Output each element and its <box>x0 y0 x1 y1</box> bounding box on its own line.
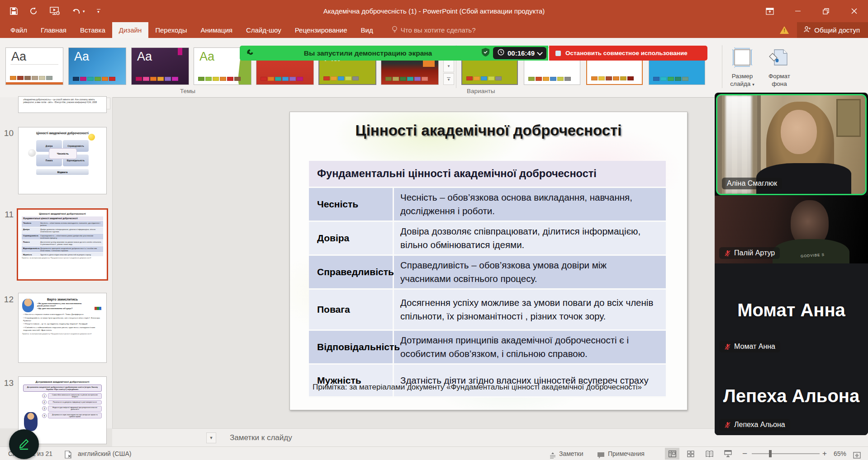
muted-mic-icon <box>724 422 731 428</box>
ribbon-display-options-icon[interactable] <box>756 0 784 22</box>
notes-toggle-label[interactable]: Заметки <box>559 447 583 460</box>
format-background-icon <box>762 47 797 70</box>
reading-view-icon[interactable] <box>702 448 716 460</box>
group-separator <box>722 45 722 88</box>
participant-name-badge: Момат Анна <box>719 341 780 352</box>
status-bar: Слайд 11 из 21 английский (США) Заметки … <box>0 446 868 460</box>
slide-10-thumbnail[interactable]: Цінності академічної доброчесності Довір… <box>18 127 107 194</box>
share-button[interactable]: Общий доступ <box>797 22 868 38</box>
normal-view-icon[interactable] <box>665 448 679 460</box>
window-title: Академічна доброчесність (1) - PowerPoin… <box>0 0 868 22</box>
stop-icon <box>555 51 561 56</box>
table-row: Довіра Довіра дозволяє співпрацювати, ді… <box>309 222 666 256</box>
table-row: Справедливість Справедливість – обов’язк… <box>309 256 666 290</box>
slide-11-thumbnail-selected[interactable]: Цінності академічної доброчесності Фунда… <box>17 208 108 281</box>
screen-share-text: Вы запустили демонстрацию экрана <box>254 49 482 57</box>
thinking-boy-figure <box>22 299 34 312</box>
person-icon <box>803 26 811 34</box>
tell-me-box[interactable]: Что вы хотите сделать? <box>392 22 476 38</box>
slide-title: Цінності академічної доброчесності <box>290 122 687 139</box>
theme-thumbnail-2[interactable]: Aa <box>68 47 126 85</box>
screen: { "window": { "title": "Академічна добро… <box>0 0 868 460</box>
slide-canvas[interactable]: Цінності академічної доброчесності Фунда… <box>289 112 688 410</box>
gallery-scroll-down-icon[interactable]: ▼ <box>443 60 454 72</box>
theme-thumbnail-3[interactable]: Aa <box>131 47 189 85</box>
slide-number: 11 <box>1 210 14 220</box>
participant-tile-active-speaker[interactable]: Аліна Смаглюк <box>716 94 867 195</box>
tab-home[interactable]: Главная <box>34 22 73 38</box>
meeting-participants-panel: Аліна Смаглюк GODVIBE S Палій Артур Мома… <box>715 93 868 435</box>
chevron-down-icon <box>537 50 543 56</box>
participant-tile[interactable]: Лепеха Альона Лепеха Альона <box>715 357 868 435</box>
tab-insert[interactable]: Вставка <box>73 22 112 38</box>
slide-number: 10 <box>1 128 14 138</box>
slide-footnote: Примітка: за матеріалами документу «Фунд… <box>313 381 647 393</box>
tab-design[interactable]: Дизайн <box>112 22 148 38</box>
language-status[interactable]: английский (США) <box>78 447 131 460</box>
comments-icon[interactable] <box>597 450 605 460</box>
phone-icon <box>246 48 254 58</box>
minimize-icon[interactable] <box>784 0 812 22</box>
zoom-out-button[interactable]: − <box>742 447 747 460</box>
slide-sorter-view-icon[interactable] <box>683 448 698 460</box>
slide-number: 13 <box>1 378 14 388</box>
notes-toggle-icon[interactable] <box>549 450 556 460</box>
slide-size-button[interactable]: Размер слайда ▾ <box>725 46 760 89</box>
zoom-slider-track[interactable] <box>752 453 820 454</box>
shield-icon <box>482 48 489 58</box>
table-row: Відповідальність Дотримання принципів ак… <box>309 331 666 365</box>
tab-review[interactable]: Рецензирование <box>288 22 354 38</box>
meeting-timer[interactable]: 00:16:49 <box>493 47 546 59</box>
close-icon[interactable] <box>840 0 868 22</box>
tab-transitions[interactable]: Переходы <box>148 22 194 38</box>
participant-tile[interactable]: GODVIBE S Палій Артур <box>715 196 868 263</box>
format-background-button[interactable]: Формат фона <box>762 46 797 89</box>
slide-number: 12 <box>1 295 14 305</box>
annotation-pencil-button[interactable] <box>9 429 39 459</box>
stop-share-button[interactable]: Остановить совместное использование <box>549 46 707 61</box>
values-table: Фундаментальні цінності академічної добр… <box>309 161 666 398</box>
zoom-in-button[interactable]: + <box>822 447 827 460</box>
warning-icon[interactable]: ! <box>780 26 789 34</box>
table-row: Повага Досягнення успіху можливе за умов… <box>309 290 666 331</box>
table-row: Чесність Чесність – обов’язкова основа в… <box>309 188 666 222</box>
title-bar: ▾ ▾ Академічна доброчесність (1) - Power… <box>0 0 868 22</box>
muted-mic-icon <box>724 250 731 257</box>
gallery-more-icon[interactable]: ▼ <box>443 73 454 85</box>
slide-12-thumbnail[interactable]: Варто замислитись • Які думки викликають… <box>18 293 107 363</box>
participant-name-badge: Палій Артур <box>719 247 780 259</box>
slide-thumbnail-panel: ▲ «Академічна доброчесність» – це спосіб… <box>0 97 113 428</box>
slide-9-thumbnail[interactable]: «Академічна доброчесність» – це спосіб з… <box>18 96 107 113</box>
table-header: Фундаментальні цінності академічної добр… <box>309 161 666 188</box>
tab-view[interactable]: Вид <box>354 22 380 38</box>
restore-icon[interactable] <box>812 0 840 22</box>
themes-group-label: Темы <box>180 88 195 94</box>
smiley-icon <box>88 134 95 141</box>
participant-name-badge: Аліна Смаглюк <box>722 178 782 189</box>
tab-file[interactable]: Файл <box>4 22 34 38</box>
muted-mic-icon <box>724 343 731 350</box>
lightbulb-icon <box>392 26 398 35</box>
pencil-icon <box>16 436 32 453</box>
slide-size-icon <box>725 47 760 70</box>
tab-animations[interactable]: Анимация <box>194 22 239 38</box>
clock-icon <box>498 49 504 57</box>
zoom-level[interactable]: 65% <box>834 447 846 460</box>
handshake-figure <box>28 149 36 157</box>
screen-share-banner: Вы запустили демонстрацию экрана 00:16:4… <box>240 46 548 61</box>
ribbon-tab-row: Файл Главная Вставка Дизайн Переходы Ани… <box>0 22 868 38</box>
slideshow-view-icon[interactable] <box>721 448 735 460</box>
notes-pane-label: Заметки к слайду <box>230 429 292 447</box>
participant-tile[interactable]: Момат Анна Момат Анна <box>715 263 868 357</box>
fit-slide-icon[interactable] <box>853 450 861 460</box>
participant-name-badge: Лепеха Альона <box>719 419 790 431</box>
variants-group-label: Варианты <box>467 88 495 94</box>
theme-thumbnail-1[interactable]: Aa <box>5 47 63 85</box>
tab-slideshow[interactable]: Слайд-шоу <box>239 22 288 38</box>
reading-figure <box>93 300 104 311</box>
scroll-down-icon[interactable]: ▼ <box>206 432 216 443</box>
wizard-figure <box>24 412 38 431</box>
zoom-slider-thumb[interactable] <box>769 450 772 457</box>
spellcheck-icon[interactable] <box>64 450 72 460</box>
comments-label[interactable]: Примечания <box>608 447 645 460</box>
